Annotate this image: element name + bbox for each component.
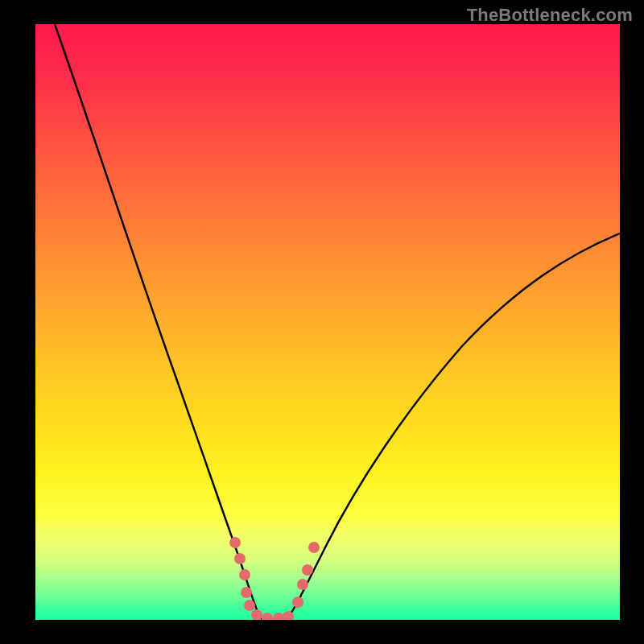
data-marker	[239, 569, 250, 580]
right-curve	[287, 233, 620, 620]
curve-layer	[35, 24, 620, 620]
watermark: TheBottleneck.com	[467, 5, 633, 26]
left-curve	[55, 24, 263, 620]
data-marker	[283, 611, 294, 620]
chart-frame: TheBottleneck.com	[0, 0, 644, 644]
data-marker	[297, 579, 308, 590]
data-marker	[234, 553, 246, 564]
data-marker	[262, 613, 273, 620]
data-marker	[229, 537, 241, 548]
plot-area	[35, 24, 620, 620]
data-marker	[241, 587, 252, 598]
data-marker	[292, 597, 303, 608]
data-marker	[308, 542, 320, 553]
data-marker	[302, 564, 313, 576]
data-marker	[251, 609, 262, 620]
